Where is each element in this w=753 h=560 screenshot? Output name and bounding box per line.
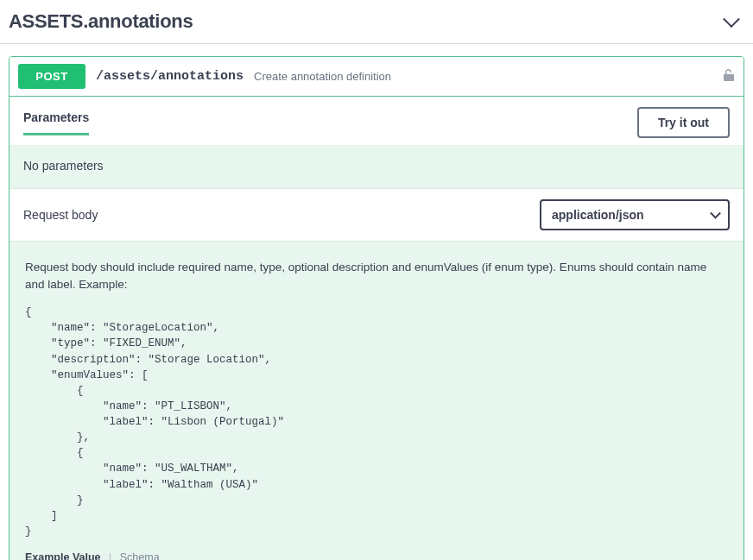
operation-panel: POST /assets/annotations Create annotati… (9, 56, 744, 560)
unlock-icon[interactable] (723, 68, 735, 85)
parameters-bar: Parameters Try it out (9, 97, 744, 145)
section-title: ASSETS.annotations (9, 10, 193, 33)
request-body-description: Request body should include required nam… (9, 242, 744, 298)
http-method-badge: POST (18, 64, 85, 89)
endpoint-summary: Create annotation definition (254, 70, 391, 83)
request-body-label: Request body (23, 208, 98, 222)
operation-row[interactable]: POST /assets/annotations Create annotati… (9, 57, 744, 97)
tab-parameters[interactable]: Parameters (23, 110, 89, 135)
tab-schema[interactable]: Schema (120, 551, 160, 560)
chevron-down-icon (723, 10, 740, 28)
example-tabs: Example Value | Schema (9, 550, 744, 560)
endpoint-path: /assets/annotations (96, 69, 244, 84)
section-header[interactable]: ASSETS.annotations (0, 0, 753, 44)
no-parameters-text: No parameters (9, 145, 744, 188)
request-body-example: { "name": "StorageLocation", "type": "FI… (9, 298, 744, 550)
tab-example-value[interactable]: Example Value (25, 551, 101, 560)
try-it-out-button[interactable]: Try it out (637, 107, 730, 138)
request-body-header: Request body application/json (9, 188, 744, 242)
content-type-select[interactable]: application/json (540, 199, 730, 230)
